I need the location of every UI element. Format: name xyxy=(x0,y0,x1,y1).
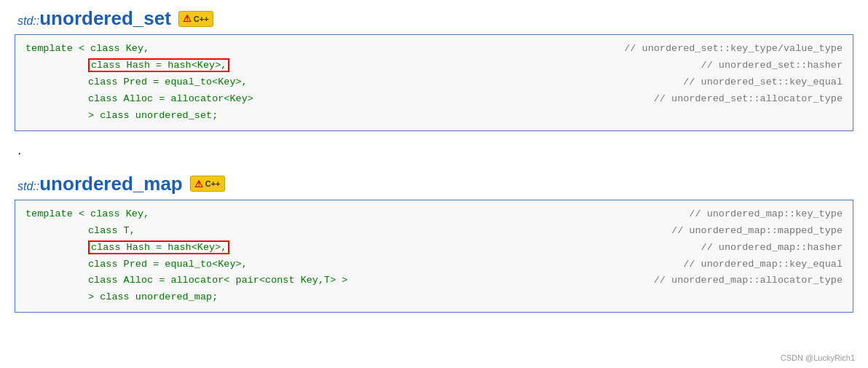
code-row-set-1: class Hash = hash<Key>, // unordered_set… xyxy=(25,58,843,74)
std-prefix-set: std:: xyxy=(17,15,39,27)
code-row-map-4: class Alloc = allocator< pair<const Key,… xyxy=(25,273,843,289)
warning-icon-set: ⚠ xyxy=(183,13,192,24)
section-heading-set: std::unordered_set ⚠ C++ xyxy=(15,7,853,30)
code-left-map-1: class T, xyxy=(88,223,135,240)
code-right-map-2: // unordered_map::hasher xyxy=(701,240,843,257)
code-left-set-0: template < class Key, xyxy=(25,41,149,58)
code-right-set-2: // unordered_set::key_equal xyxy=(683,74,843,91)
code-right-set-3: // unordered_set::allocator_type xyxy=(654,91,843,108)
code-block-set: template < class Key, // unordered_set::… xyxy=(15,34,853,131)
code-right-map-1: // unordered_map::mapped_type xyxy=(671,223,843,240)
code-block-map: template < class Key, // unordered_map::… xyxy=(15,200,853,313)
code-left-set-3: class Alloc = allocator<Key> xyxy=(88,91,253,108)
badge-label-map: C++ xyxy=(205,179,221,188)
badge-label-set: C++ xyxy=(194,15,209,23)
page-container: std::unordered_set ⚠ C++ template < clas… xyxy=(0,0,868,368)
highlight-hash-map: class Hash = hash<Key>, xyxy=(88,240,229,254)
code-right-map-4: // unordered_map::allocator_type xyxy=(654,273,843,289)
code-row-set-0: template < class Key, // unordered_set::… xyxy=(25,41,843,58)
code-row-set-3: class Alloc = allocator<Key> // unordere… xyxy=(25,91,843,108)
code-row-map-0: template < class Key, // unordered_map::… xyxy=(25,206,843,223)
warning-badge-map: ⚠ C++ xyxy=(190,176,225,192)
code-left-map-5: > class unordered_map; xyxy=(88,289,218,306)
std-prefix-map: std:: xyxy=(17,180,39,192)
code-row-map-2: class Hash = hash<Key>, // unordered_map… xyxy=(25,240,843,257)
heading-text-set: std::unordered_set xyxy=(17,7,171,30)
code-left-set-4: > class unordered_set; xyxy=(88,108,218,125)
code-left-map-3: class Pred = equal_to<Key>, xyxy=(88,257,248,273)
code-right-map-3: // unordered_map::key_equal xyxy=(683,257,843,273)
code-row-map-1: class T, // unordered_map::mapped_type xyxy=(25,223,843,240)
main-name-map: unordered_map xyxy=(39,173,183,195)
warning-badge-set: ⚠ C++ xyxy=(178,11,213,27)
code-row-set-2: class Pred = equal_to<Key>, // unordered… xyxy=(25,74,843,91)
main-name-set: unordered_set xyxy=(39,7,171,29)
code-left-map-0: template < class Key, xyxy=(25,206,149,223)
section-heading-map: std::unordered_map ⚠ C++ xyxy=(15,173,853,195)
code-left-set-2: class Pred = equal_to<Key>, xyxy=(88,74,248,91)
watermark: CSDN @LuckyRich1 xyxy=(781,353,855,362)
code-right-map-0: // unordered_map::key_type xyxy=(689,206,843,223)
code-right-set-1: // unordered_set::hasher xyxy=(701,58,843,74)
warning-icon-map: ⚠ xyxy=(194,179,203,189)
code-left-set-1: class Hash = hash<Key>, xyxy=(88,58,229,74)
code-left-map-2: class Hash = hash<Key>, xyxy=(88,240,229,257)
code-row-map-5: > class unordered_map; xyxy=(25,289,843,306)
code-row-map-3: class Pred = equal_to<Key>, // unordered… xyxy=(25,257,843,273)
heading-text-map: std::unordered_map xyxy=(17,173,183,195)
code-row-set-4: > class unordered_set; xyxy=(25,108,843,125)
code-left-map-4: class Alloc = allocator< pair<const Key,… xyxy=(88,273,347,289)
dot-separator: · xyxy=(17,144,853,161)
code-right-set-0: // unordered_set::key_type/value_type xyxy=(624,41,843,58)
highlight-hash-set: class Hash = hash<Key>, xyxy=(88,58,229,72)
